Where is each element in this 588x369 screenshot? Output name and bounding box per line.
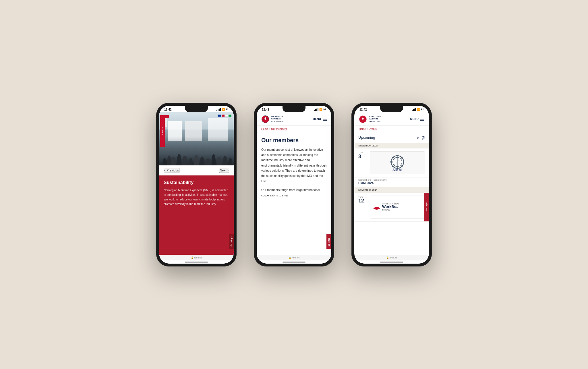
svg-point-1 xyxy=(167,155,171,165)
phone-2-notch xyxy=(283,106,305,112)
home-line xyxy=(185,262,208,262)
signal-bars-3 xyxy=(412,108,416,111)
phone-3-notch xyxy=(380,106,403,112)
phone-2: 12:42 📶 92 xyxy=(254,103,334,266)
phone-1-url: 🔒 nme.no xyxy=(159,255,234,260)
phone-3-breadcrumb: Home | Events xyxy=(354,126,429,132)
workboat-icon xyxy=(372,203,381,211)
phone-1: 12:42 📶 92 xyxy=(156,103,237,266)
nme-menu-button[interactable]: MENU xyxy=(313,117,327,121)
next-button[interactable]: Next › xyxy=(219,168,229,173)
smm-dates: September 3 - September 6 xyxy=(358,179,425,181)
sustainability-title: Sustainability xyxy=(164,180,229,185)
lock-icon: 🔒 xyxy=(191,256,194,259)
phone-1-nav: ‹ Previous Next › xyxy=(159,165,234,175)
svg-point-7 xyxy=(200,157,204,165)
phone-2-status-bar: 12:42 📶 92 xyxy=(257,106,331,112)
phone-2-breadcrumb: Home | Our members xyxy=(257,126,331,132)
battery-3: 92 xyxy=(421,108,424,111)
nme-logo-text-3: NORWEGIAN MARITIME EXPORTERS xyxy=(369,115,381,123)
phone-1-inner: 12:42 📶 92 xyxy=(159,106,234,264)
phone-1-time: 12:42 xyxy=(164,108,172,111)
signal-bar-3 xyxy=(219,109,220,111)
menu-label-3: MENU xyxy=(410,117,419,121)
upcoming-label: Upcoming xyxy=(358,135,375,140)
svg-point-4 xyxy=(182,156,188,165)
smm-name: SMM 2024 xyxy=(358,181,425,185)
phone-3: 12:42 📶 92 xyxy=(351,103,432,266)
svg-point-6 xyxy=(194,155,199,165)
nme-logo-text: NORWEGIAN MARITIME EXPORTERS xyxy=(271,115,283,123)
wifi-icon-3: 📶 xyxy=(417,108,420,111)
breadcrumb-sep-3: | xyxy=(367,127,368,130)
previous-label: Previous xyxy=(167,169,179,172)
right-arrow-icon: › xyxy=(227,168,229,172)
breadcrumb-current: Our members xyxy=(271,127,287,130)
svg-point-10 xyxy=(217,157,222,165)
page-text-2: Our members range from large internation… xyxy=(261,187,327,198)
phone-2-page-body: Our members Our members consist of Norwe… xyxy=(257,132,331,255)
smm-event-card[interactable]: TUE 3 xyxy=(354,148,429,177)
norway-text: Norway xyxy=(162,127,163,135)
page-title: Our members xyxy=(261,137,327,144)
breadcrumb-home-3[interactable]: Home xyxy=(359,127,366,130)
wifi-icon: 📶 xyxy=(222,108,225,111)
go-to-top-button-3[interactable]: Go to top › xyxy=(424,193,429,221)
svg-point-17 xyxy=(362,118,363,119)
go-to-top-button[interactable]: Go to top › xyxy=(229,234,234,249)
svg-text:SMM: SMM xyxy=(392,168,402,172)
smm-day-num: 3 xyxy=(358,154,361,159)
svg-point-2 xyxy=(171,157,176,165)
phone-2-url: 🔒 nme.no xyxy=(257,255,331,260)
phone-2-inner: 12:42 📶 92 xyxy=(257,106,331,264)
flag-row xyxy=(218,115,231,117)
phone-2-status-right: 📶 92 xyxy=(314,108,326,111)
phone-1-status-bar: 12:42 📶 92 xyxy=(159,106,234,112)
phone-1-status-right: 📶 92 xyxy=(216,108,229,111)
svg-point-12 xyxy=(228,158,232,165)
svg-point-0 xyxy=(163,158,167,165)
events-filter: Upcoming ⌄ ⌕ ⋣ xyxy=(354,132,429,143)
phone-2-home-indicator xyxy=(257,260,331,264)
chevron-down-icon: ⌄ xyxy=(376,136,378,139)
workboat-logo: INTERNATIONAL WorkBoa SHOW xyxy=(370,196,425,219)
next-label: Next xyxy=(220,169,226,172)
previous-button[interactable]: ‹ Previous xyxy=(164,168,179,173)
nme-logo-icon xyxy=(261,115,269,123)
svg-point-11 xyxy=(223,156,227,165)
workboat-day-num: 12 xyxy=(358,198,364,203)
phone-3-url: 🔒 nme.no xyxy=(354,255,429,260)
breadcrumb-home[interactable]: Home xyxy=(261,127,268,130)
svg-point-3 xyxy=(177,154,181,165)
nme-logo: NORWEGIAN MARITIME EXPORTERS xyxy=(261,115,283,123)
upcoming-dropdown[interactable]: Upcoming ⌄ xyxy=(358,135,378,140)
svg-point-8 xyxy=(205,159,211,165)
nme-logo-icon-3 xyxy=(359,115,367,123)
svg-rect-26 xyxy=(403,161,404,163)
wifi-icon-2: 📶 xyxy=(319,108,322,111)
breadcrumb-sep: | xyxy=(269,127,270,130)
go-to-top-button-2[interactable]: Go to top › xyxy=(326,234,331,249)
signal-bar-4 xyxy=(220,108,221,111)
phone-3-status-right: 📶 92 xyxy=(412,108,424,111)
phone-3-header: NORWEGIAN MARITIME EXPORTERS MENU xyxy=(354,112,429,126)
nme-logo-3: NORWEGIAN MARITIME EXPORTERS xyxy=(359,115,381,123)
page-text-1: Our members consist of Norwegian innovat… xyxy=(261,147,327,184)
signal-bars xyxy=(216,108,221,111)
norway-flag xyxy=(165,115,169,118)
left-arrow-icon: ‹ xyxy=(164,168,165,172)
filter-icons: ⌕ ⋣ xyxy=(417,135,425,140)
workboat-event-card[interactable]: TUE 12 INTERNATIONAL xyxy=(354,193,429,222)
grid-icon[interactable]: ⋣ xyxy=(421,135,425,140)
smm-event-image: SMM xyxy=(370,151,425,174)
battery-2: 92 xyxy=(323,108,326,111)
lock-icon-3: 🔒 xyxy=(386,256,389,259)
svg-rect-30 xyxy=(390,161,392,163)
search-icon[interactable]: ⌕ xyxy=(417,135,419,140)
nme-menu-button-3[interactable]: MENU xyxy=(410,117,424,121)
phone-1-hero-image: Norway xyxy=(159,112,234,165)
battery-level: 92 xyxy=(226,108,229,111)
smm-event-date: TUE 3 xyxy=(358,151,367,174)
breadcrumb-current-3: Events xyxy=(369,127,377,130)
menu-label: MENU xyxy=(313,117,321,121)
